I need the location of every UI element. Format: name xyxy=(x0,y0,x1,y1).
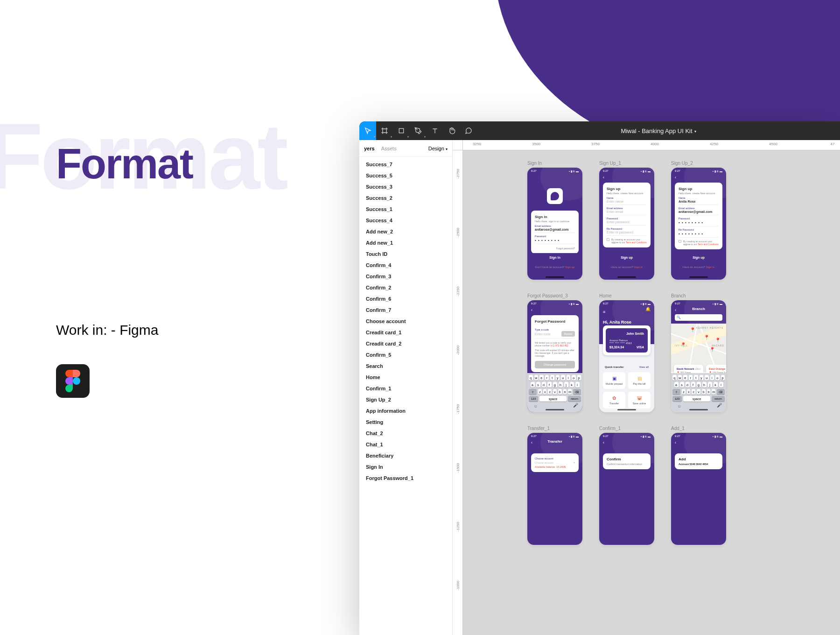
map-pin-icon[interactable]: 📍 xyxy=(680,342,686,347)
layer-item[interactable]: Confirm_4 xyxy=(359,260,452,271)
tile-pay-bill[interactable]: ▤Pay the bill xyxy=(628,372,651,389)
layer-item[interactable]: Chat_1 xyxy=(359,439,452,450)
frame-confirm-1[interactable]: Confirm_1 9:27▪ ▮ ≋ ▬ ‹ Confirm Confirm … xyxy=(599,426,654,545)
figma-window: ▾ ▾ ▾ ▾ Miwal - Banking App UI Kit▾ yers… xyxy=(359,121,840,635)
frame-label: Branch xyxy=(671,293,726,298)
frame-label: Sign Up_1 xyxy=(599,161,654,166)
layer-item[interactable]: App information xyxy=(359,405,452,416)
search-input[interactable]: 🔍 xyxy=(675,314,722,321)
figma-toolbar: ▾ ▾ ▾ ▾ Miwal - Banking App UI Kit▾ xyxy=(359,121,840,140)
layer-item[interactable]: Creadit card_2 xyxy=(359,338,452,349)
svg-rect-1 xyxy=(399,128,403,133)
figma-icon xyxy=(65,370,80,392)
layer-item[interactable]: Touch ID xyxy=(359,248,452,260)
page-picker[interactable]: Design ▾ xyxy=(428,146,448,151)
tab-assets[interactable]: Assets xyxy=(381,146,397,151)
tab-layers[interactable]: yers xyxy=(364,146,375,151)
frame-sign-in[interactable]: Sign In 9:27▪ ▮ ≋ ▬ Sign in Hello there,… xyxy=(527,161,582,280)
layer-item[interactable]: Sign In xyxy=(359,461,452,473)
layer-item[interactable]: Beneficiary xyxy=(359,450,452,461)
ruler-vertical: -2750-2500-2250-2000-1750-1500-1250-1000 xyxy=(453,150,463,635)
hand-tool[interactable] xyxy=(443,121,460,140)
frame-label: Sign In xyxy=(527,161,582,166)
layer-item[interactable]: Success_1 xyxy=(359,204,452,215)
sign-in-button[interactable]: Sign in xyxy=(531,253,579,262)
layer-item[interactable]: Success_5 xyxy=(359,170,452,181)
frame-transfer-1[interactable]: Transfer_1 9:27▪ ▮ ≋ ▬ ‹ Transfer Choose… xyxy=(527,426,582,545)
credit-card[interactable]: John Smith Amazon Platinum **** **** ***… xyxy=(603,325,651,355)
frame-sign-up-1[interactable]: Sign Up_1 9:27▪ ▮ ≋ ▬ ‹ Sign up Hello th… xyxy=(599,161,654,280)
map-pin-icon[interactable]: 📍 xyxy=(690,327,695,332)
layer-item[interactable]: Confirm_6 xyxy=(359,293,452,304)
layer-item[interactable]: Confirm_7 xyxy=(359,304,452,316)
comment-tool[interactable] xyxy=(460,121,477,140)
frame-label: Sign Up_2 xyxy=(671,161,726,166)
layer-item[interactable]: Confirm_1 xyxy=(359,383,452,394)
frame-label: Home xyxy=(599,293,654,298)
layer-item[interactable]: Forgot Password_1 xyxy=(359,473,452,484)
layer-item[interactable]: Add new_1 xyxy=(359,237,452,248)
keyboard: qwertyuiopasdfghjkl⇧zxcvbnm⌫123spaceretu… xyxy=(527,373,582,412)
frame-label: Confirm_1 xyxy=(599,426,654,431)
bell-icon[interactable]: 🔔 xyxy=(645,307,651,311)
doc-title[interactable]: Miwal - Banking App UI Kit▾ xyxy=(477,127,840,134)
canvas-area[interactable]: 32503500375040004250450047 -2750-2500-22… xyxy=(453,140,840,635)
layer-item[interactable]: Success_3 xyxy=(359,181,452,192)
frame-branch[interactable]: Branch 9:27▪ ▮ ≋ ▬ ‹ Branch 🔍 KEARNY HEI… xyxy=(671,293,726,412)
move-tool[interactable]: ▾ xyxy=(359,121,376,140)
layer-item[interactable]: Sign Up_2 xyxy=(359,394,452,405)
pen-tool[interactable]: ▾ xyxy=(410,121,427,140)
greeting: Hi, Anita Rose xyxy=(603,320,651,325)
canvas[interactable]: Sign In 9:27▪ ▮ ≋ ▬ Sign in Hello there,… xyxy=(463,150,840,635)
layer-item[interactable]: Success_7 xyxy=(359,159,452,170)
tile-transfer[interactable]: ✿Transfer xyxy=(603,392,625,409)
map-pin-icon[interactable]: 📍 xyxy=(704,335,709,340)
map-pin-icon[interactable]: 📍 xyxy=(709,347,715,352)
resend-button[interactable]: Resend xyxy=(561,331,575,337)
ruler-corner xyxy=(453,140,463,150)
back-icon[interactable]: ‹ xyxy=(675,175,676,180)
back-icon[interactable]: ‹ xyxy=(531,308,532,312)
change-password-button[interactable]: Change password xyxy=(535,361,575,368)
frame-home[interactable]: Home 9:27▪ ▮ ≋ ▬ ≡ 🔔 Hi, Anita Rose John… xyxy=(599,293,654,412)
layer-item[interactable]: Confirm_3 xyxy=(359,271,452,282)
back-icon[interactable]: ‹ xyxy=(603,440,604,445)
tile-save-online[interactable]: 🐷Save online xyxy=(628,392,651,409)
left-panel: yers Assets Design ▾ Success_7Success_5S… xyxy=(359,140,453,635)
visa-icon: VISA xyxy=(637,346,644,349)
frame-forgot-password-3[interactable]: Forgot Password_3 9:27▪ ▮ ≋ ▬ ‹ Forgot P… xyxy=(527,293,582,412)
frame-sign-up-2[interactable]: Sign Up_2 9:27▪ ▮ ≋ ▬ ‹ Sign up Hello th… xyxy=(671,161,726,280)
text-tool[interactable] xyxy=(427,121,443,140)
layer-item[interactable]: Choose account xyxy=(359,316,452,327)
search-icon: 🔍 xyxy=(677,316,681,319)
tile-mobile-prepaid[interactable]: ▣Mobile prepaid xyxy=(603,372,625,389)
layer-item[interactable]: Search xyxy=(359,360,452,372)
sign-up-button[interactable]: Sign up xyxy=(603,253,651,262)
layer-item[interactable]: Chat_2 xyxy=(359,428,452,439)
frame-add-1[interactable]: Add_1 9:27▪ ▮ ≋ ▬ ‹ Add Account 5340 364… xyxy=(671,426,726,545)
back-icon[interactable]: ‹ xyxy=(603,175,604,180)
page-title: Format xyxy=(56,140,193,188)
map-pin-icon[interactable]: 📍 xyxy=(715,338,721,343)
frame-tool[interactable]: ▾ xyxy=(376,121,393,140)
layer-item[interactable]: Setting xyxy=(359,416,452,428)
menu-icon[interactable]: ≡ xyxy=(603,310,605,314)
screen-title: Transfer xyxy=(527,439,582,444)
layer-item[interactable]: Success_2 xyxy=(359,192,452,204)
layer-item[interactable]: Creadit card_1 xyxy=(359,327,452,338)
layers-list: Success_7Success_5Success_3Success_2Succ… xyxy=(359,157,452,635)
layer-item[interactable]: Confirm_5 xyxy=(359,349,452,360)
sign-up-button[interactable]: Sign up xyxy=(675,253,722,262)
ruler-horizontal: 32503500375040004250450047 xyxy=(463,140,840,150)
layer-item[interactable]: Add new_2 xyxy=(359,226,452,237)
subtitle: Work in: - Figma xyxy=(56,322,158,338)
view-all-link[interactable]: View all xyxy=(639,366,649,368)
layer-item[interactable]: Confirm_2 xyxy=(359,282,452,293)
screen-title: Branch xyxy=(671,307,726,311)
left-panel-tabs: yers Assets Design ▾ xyxy=(359,140,452,157)
layer-item[interactable]: Home xyxy=(359,372,452,383)
layer-item[interactable]: Success_4 xyxy=(359,215,452,226)
back-icon[interactable]: ‹ xyxy=(675,440,676,445)
shape-tool[interactable]: ▾ xyxy=(393,121,410,140)
svg-point-0 xyxy=(73,377,80,385)
